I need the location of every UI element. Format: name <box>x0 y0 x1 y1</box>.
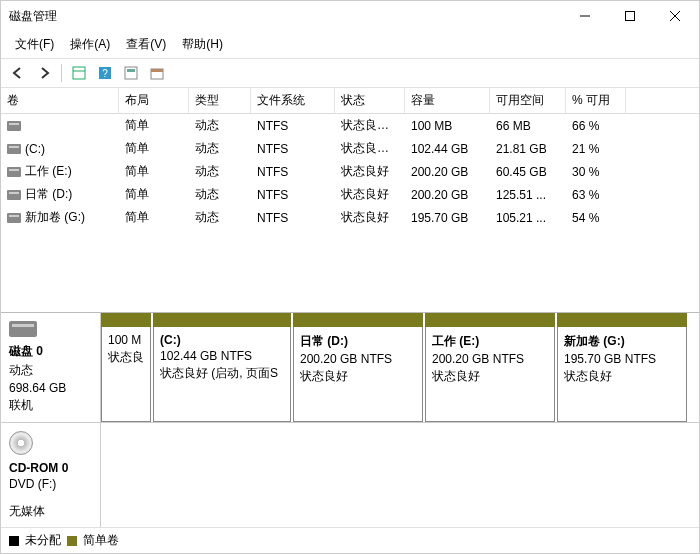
back-button[interactable] <box>7 62 29 84</box>
cdrom-row[interactable]: CD-ROM 0 DVD (F:) 无媒体 <box>1 423 699 527</box>
partition-size: 200.20 GB NTFS <box>432 352 548 366</box>
svg-text:?: ? <box>102 68 108 79</box>
cdrom-status: 无媒体 <box>9 503 92 520</box>
volume-icon <box>7 121 21 131</box>
partition[interactable]: (C:)102.44 GB NTFS状态良好 (启动, 页面S <box>153 327 291 422</box>
svg-rect-9 <box>127 69 135 72</box>
cell-fs: NTFS <box>251 209 335 227</box>
disk-0-row[interactable]: 磁盘 0 动态 698.64 GB 联机 100 M状态良(C:)102.44 … <box>1 313 699 423</box>
svg-rect-1 <box>625 12 634 21</box>
partition-status: 状态良好 (启动, 页面S <box>160 365 284 382</box>
cell-fs: NTFS <box>251 140 335 158</box>
cdrom-partitions <box>101 423 699 527</box>
cell-volume: (C:) <box>25 142 45 156</box>
menu-view[interactable]: 查看(V) <box>118 33 174 56</box>
partition-title: 新加卷 (G:) <box>564 333 680 350</box>
cell-volume: 新加卷 (G:) <box>25 209 85 226</box>
menu-file[interactable]: 文件(F) <box>7 33 62 56</box>
partition-strip <box>101 313 151 327</box>
table-row[interactable]: 简单动态NTFS状态良好 (...100 MB66 MB66 % <box>1 114 699 137</box>
disk-0-partitions: 100 M状态良(C:)102.44 GB NTFS状态良好 (启动, 页面S日… <box>101 313 699 422</box>
titlebar: 磁盘管理 <box>1 1 699 31</box>
partition-size: 100 M <box>108 333 144 347</box>
volume-icon <box>7 144 21 154</box>
cell-fs: NTFS <box>251 117 335 135</box>
cell-layout: 简单 <box>119 161 189 182</box>
col-volume[interactable]: 卷 <box>1 88 119 113</box>
volume-icon <box>7 213 21 223</box>
cell-layout: 简单 <box>119 115 189 136</box>
maximize-button[interactable] <box>607 2 652 30</box>
window-controls <box>562 2 697 30</box>
table-row[interactable]: 工作 (E:)简单动态NTFS状态良好200.20 GB60.45 GB30 % <box>1 160 699 183</box>
swatch-unallocated <box>9 536 19 546</box>
disk-0-type: 动态 <box>9 362 92 379</box>
menu-help[interactable]: 帮助(H) <box>174 33 231 56</box>
cell-type: 动态 <box>189 207 251 228</box>
volume-icon <box>7 167 21 177</box>
cell-free: 21.81 GB <box>490 140 566 158</box>
col-type[interactable]: 类型 <box>189 88 251 113</box>
disk-0-size: 698.64 GB <box>9 381 92 395</box>
partition[interactable]: 日常 (D:)200.20 GB NTFS状态良好 <box>293 327 423 422</box>
toolbar-btn-4[interactable] <box>146 62 168 84</box>
close-button[interactable] <box>652 2 697 30</box>
disk-0-name: 磁盘 0 <box>9 343 92 360</box>
cell-capacity: 200.20 GB <box>405 163 490 181</box>
partition[interactable]: 100 M状态良 <box>101 327 151 422</box>
table-row[interactable]: 日常 (D:)简单动态NTFS状态良好200.20 GB125.51 ...63… <box>1 183 699 206</box>
partition-status: 状态良好 <box>300 368 416 385</box>
cell-capacity: 195.70 GB <box>405 209 490 227</box>
cell-status: 状态良好 (... <box>335 138 405 159</box>
help-button[interactable]: ? <box>94 62 116 84</box>
menubar: 文件(F) 操作(A) 查看(V) 帮助(H) <box>1 31 699 59</box>
svg-rect-8 <box>125 67 137 79</box>
partition-strip <box>425 313 555 327</box>
cdrom-label: CD-ROM 0 DVD (F:) 无媒体 <box>1 423 101 527</box>
window-title: 磁盘管理 <box>9 8 562 25</box>
partition-size: 200.20 GB NTFS <box>300 352 416 366</box>
cell-type: 动态 <box>189 184 251 205</box>
cell-volume: 工作 (E:) <box>25 163 72 180</box>
col-capacity[interactable]: 容量 <box>405 88 490 113</box>
partition-strip <box>153 313 291 327</box>
menu-action[interactable]: 操作(A) <box>62 33 118 56</box>
cell-fs: NTFS <box>251 163 335 181</box>
cell-free: 105.21 ... <box>490 209 566 227</box>
cd-icon <box>9 431 33 455</box>
cell-volume: 日常 (D:) <box>25 186 72 203</box>
cell-free: 125.51 ... <box>490 186 566 204</box>
toolbar-btn-3[interactable] <box>120 62 142 84</box>
col-status[interactable]: 状态 <box>335 88 405 113</box>
toolbar: ? <box>1 59 699 88</box>
partition[interactable]: 新加卷 (G:)195.70 GB NTFS状态良好 <box>557 327 687 422</box>
legend: 未分配 简单卷 <box>1 527 699 553</box>
cell-status: 状态良好 <box>335 161 405 182</box>
cdrom-drive: DVD (F:) <box>9 477 92 491</box>
partition-status: 状态良好 <box>564 368 680 385</box>
cell-status: 状态良好 (... <box>335 115 405 136</box>
toolbar-btn-1[interactable] <box>68 62 90 84</box>
partition[interactable]: 工作 (E:)200.20 GB NTFS状态良好 <box>425 327 555 422</box>
minimize-button[interactable] <box>562 2 607 30</box>
table-body: 简单动态NTFS状态良好 (...100 MB66 MB66 %(C:)简单动态… <box>1 114 699 312</box>
partition-status: 状态良好 <box>432 368 548 385</box>
cell-capacity: 102.44 GB <box>405 140 490 158</box>
partition-size: 195.70 GB NTFS <box>564 352 680 366</box>
table-row[interactable]: (C:)简单动态NTFS状态良好 (...102.44 GB21.81 GB21… <box>1 137 699 160</box>
forward-button[interactable] <box>33 62 55 84</box>
cell-percent: 21 % <box>566 140 626 158</box>
col-free[interactable]: 可用空间 <box>490 88 566 113</box>
cell-percent: 63 % <box>566 186 626 204</box>
legend-unallocated: 未分配 <box>25 532 61 549</box>
cell-free: 66 MB <box>490 117 566 135</box>
partition-title: 工作 (E:) <box>432 333 548 350</box>
col-percent[interactable]: % 可用 <box>566 88 626 113</box>
col-layout[interactable]: 布局 <box>119 88 189 113</box>
partition-strip <box>557 313 687 327</box>
table-row[interactable]: 新加卷 (G:)简单动态NTFS状态良好195.70 GB105.21 ...5… <box>1 206 699 229</box>
cell-percent: 30 % <box>566 163 626 181</box>
col-filesystem[interactable]: 文件系统 <box>251 88 335 113</box>
svg-rect-4 <box>73 67 85 79</box>
partition-size: 102.44 GB NTFS <box>160 349 284 363</box>
